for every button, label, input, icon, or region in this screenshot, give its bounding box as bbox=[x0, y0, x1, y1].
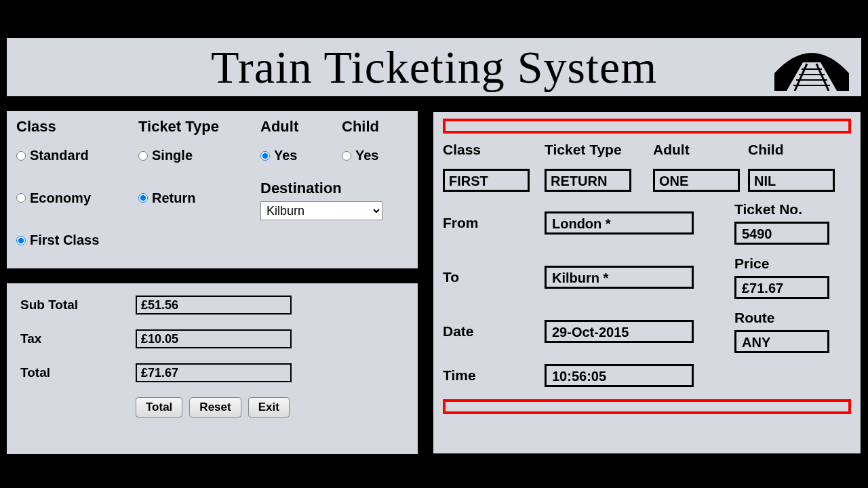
ticket-header-adult: Adult bbox=[653, 142, 748, 158]
ticket-header-child: Child bbox=[748, 142, 843, 158]
exit-button[interactable]: Exit bbox=[248, 397, 290, 418]
radio-class-first[interactable]: First Class bbox=[16, 232, 138, 248]
radio-label: Economy bbox=[30, 190, 91, 206]
app-title: Train Ticketing System bbox=[211, 41, 657, 94]
to-label: To bbox=[443, 269, 545, 285]
adult-heading: Adult bbox=[260, 118, 342, 136]
radio-child-yes[interactable]: Yes bbox=[342, 148, 423, 163]
class-heading: Class bbox=[16, 118, 138, 136]
destination-label: Destination bbox=[260, 180, 423, 197]
tax-label: Tax bbox=[20, 331, 136, 346]
from-label: From bbox=[443, 215, 545, 231]
date-value: 29-Oct-2015 bbox=[545, 320, 694, 343]
total-value: £71.67 bbox=[136, 363, 292, 382]
total-label: Total bbox=[20, 365, 136, 380]
ticket-header-class: Class bbox=[443, 142, 545, 158]
ticket-type-heading: Ticket Type bbox=[138, 118, 260, 136]
to-value: Kilburn * bbox=[545, 266, 694, 289]
radio-label: Standard bbox=[30, 148, 89, 163]
radio-class-economy[interactable]: Economy bbox=[16, 176, 138, 220]
time-value: 10:56:05 bbox=[545, 364, 694, 387]
subtotal-value: £51.56 bbox=[136, 296, 292, 314]
price-value: £71.67 bbox=[734, 276, 829, 299]
radio-adult-yes[interactable]: Yes bbox=[260, 148, 342, 163]
time-label: Time bbox=[443, 367, 545, 384]
ticket-class-value: FIRST bbox=[443, 169, 530, 192]
radio-label: Return bbox=[152, 190, 195, 206]
tax-value: £10.05 bbox=[136, 329, 292, 348]
ticket-tickettype-value: RETURN bbox=[545, 169, 631, 192]
train-tunnel-icon bbox=[774, 46, 849, 91]
ticket-bottom-bar bbox=[443, 399, 851, 414]
radio-class-standard[interactable]: Standard bbox=[16, 148, 138, 163]
radio-tickettype-return[interactable]: Return bbox=[138, 176, 260, 220]
radio-label: First Class bbox=[30, 232, 99, 248]
route-label: Route bbox=[734, 310, 850, 326]
options-panel: Class Ticket Type Adult Child Standard S… bbox=[5, 110, 419, 270]
ticket-top-bar bbox=[443, 119, 851, 134]
destination-select[interactable]: Kilburn bbox=[260, 201, 382, 220]
ticketno-value: 5490 bbox=[734, 222, 829, 245]
route-value: ANY bbox=[734, 330, 829, 353]
ticket-child-value: NIL bbox=[748, 169, 835, 192]
total-button[interactable]: Total bbox=[136, 397, 182, 418]
radio-label: Yes bbox=[274, 148, 297, 163]
totals-panel: Sub Total £51.56 Tax £10.05 Total £71.67… bbox=[5, 282, 419, 455]
price-label: Price bbox=[734, 256, 850, 272]
radio-tickettype-single[interactable]: Single bbox=[138, 148, 260, 163]
from-value: London * bbox=[545, 211, 694, 235]
ticketno-label: Ticket No. bbox=[734, 201, 850, 218]
date-label: Date bbox=[443, 323, 545, 340]
ticket-adult-value: ONE bbox=[653, 169, 740, 192]
reset-button[interactable]: Reset bbox=[189, 397, 241, 418]
ticket-header-tickettype: Ticket Type bbox=[545, 142, 653, 158]
ticket-panel: Class Ticket Type Adult Child FIRST RETU… bbox=[431, 110, 863, 455]
app-header: Train Ticketing System bbox=[5, 37, 863, 98]
child-heading: Child bbox=[342, 118, 423, 136]
subtotal-label: Sub Total bbox=[20, 298, 136, 312]
radio-label: Yes bbox=[355, 148, 378, 163]
radio-label: Single bbox=[152, 148, 193, 163]
